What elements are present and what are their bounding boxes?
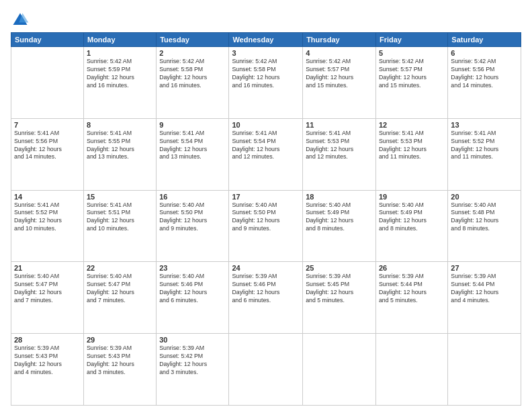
calendar-header: SundayMondayTuesdayWednesdayThursdayFrid… bbox=[11, 33, 521, 47]
weekday-header-tuesday: Tuesday bbox=[157, 33, 229, 47]
calendar-cell: 22Sunrise: 5:40 AM Sunset: 5:47 PM Dayli… bbox=[83, 262, 156, 334]
day-number: 23 bbox=[159, 264, 226, 272]
day-number: 26 bbox=[379, 264, 445, 272]
day-number: 18 bbox=[306, 193, 373, 201]
day-info: Sunrise: 5:41 AM Sunset: 5:54 PM Dayligh… bbox=[159, 130, 226, 162]
week-row-4: 28Sunrise: 5:39 AM Sunset: 5:43 PM Dayli… bbox=[11, 334, 521, 406]
day-number: 12 bbox=[379, 121, 445, 129]
weekday-header-monday: Monday bbox=[83, 33, 156, 47]
calendar-cell bbox=[375, 334, 447, 406]
day-info: Sunrise: 5:41 AM Sunset: 5:52 PM Dayligh… bbox=[14, 201, 81, 234]
day-number: 10 bbox=[232, 121, 300, 129]
calendar-cell: 9Sunrise: 5:41 AM Sunset: 5:54 PM Daylig… bbox=[157, 118, 229, 190]
calendar-cell: 4Sunrise: 5:42 AM Sunset: 5:57 PM Daylig… bbox=[303, 47, 376, 119]
week-row-3: 21Sunrise: 5:40 AM Sunset: 5:47 PM Dayli… bbox=[11, 262, 521, 334]
day-number: 3 bbox=[232, 49, 300, 57]
calendar-cell: 6Sunrise: 5:42 AM Sunset: 5:56 PM Daylig… bbox=[448, 47, 521, 119]
calendar-body: 1Sunrise: 5:42 AM Sunset: 5:59 PM Daylig… bbox=[11, 47, 521, 406]
day-number: 2 bbox=[159, 49, 226, 57]
logo-icon bbox=[11, 11, 30, 30]
day-number: 1 bbox=[87, 49, 153, 57]
calendar-cell bbox=[11, 47, 84, 119]
page: SundayMondayTuesdayWednesdayThursdayFrid… bbox=[0, 0, 532, 411]
day-info: Sunrise: 5:40 AM Sunset: 5:50 PM Dayligh… bbox=[232, 201, 300, 234]
calendar-cell: 29Sunrise: 5:39 AM Sunset: 5:43 PM Dayli… bbox=[83, 334, 156, 406]
weekday-header-thursday: Thursday bbox=[303, 33, 376, 47]
calendar-cell: 16Sunrise: 5:40 AM Sunset: 5:50 PM Dayli… bbox=[157, 190, 229, 262]
calendar-cell: 3Sunrise: 5:42 AM Sunset: 5:58 PM Daylig… bbox=[229, 47, 303, 119]
calendar-cell: 23Sunrise: 5:40 AM Sunset: 5:46 PM Dayli… bbox=[157, 262, 229, 334]
day-number: 28 bbox=[14, 336, 81, 344]
day-number: 4 bbox=[306, 49, 373, 57]
day-info: Sunrise: 5:39 AM Sunset: 5:44 PM Dayligh… bbox=[379, 273, 445, 305]
day-number: 22 bbox=[87, 264, 153, 272]
day-info: Sunrise: 5:41 AM Sunset: 5:56 PM Dayligh… bbox=[14, 130, 81, 162]
day-info: Sunrise: 5:42 AM Sunset: 5:56 PM Dayligh… bbox=[451, 58, 518, 90]
calendar-cell: 21Sunrise: 5:40 AM Sunset: 5:47 PM Dayli… bbox=[11, 262, 84, 334]
day-number: 30 bbox=[159, 336, 226, 344]
day-info: Sunrise: 5:40 AM Sunset: 5:46 PM Dayligh… bbox=[159, 273, 226, 305]
calendar: SundayMondayTuesdayWednesdayThursdayFrid… bbox=[11, 32, 521, 406]
calendar-cell: 26Sunrise: 5:39 AM Sunset: 5:44 PM Dayli… bbox=[375, 262, 447, 334]
day-info: Sunrise: 5:41 AM Sunset: 5:54 PM Dayligh… bbox=[232, 130, 300, 162]
day-number: 9 bbox=[159, 121, 226, 129]
calendar-cell bbox=[448, 334, 521, 406]
day-info: Sunrise: 5:41 AM Sunset: 5:52 PM Dayligh… bbox=[451, 130, 518, 162]
calendar-cell: 14Sunrise: 5:41 AM Sunset: 5:52 PM Dayli… bbox=[11, 190, 84, 262]
day-number: 14 bbox=[14, 193, 81, 201]
day-info: Sunrise: 5:41 AM Sunset: 5:51 PM Dayligh… bbox=[87, 201, 153, 234]
day-number: 19 bbox=[379, 193, 445, 201]
week-row-0: 1Sunrise: 5:42 AM Sunset: 5:59 PM Daylig… bbox=[11, 47, 521, 119]
day-info: Sunrise: 5:42 AM Sunset: 5:59 PM Dayligh… bbox=[87, 58, 153, 90]
day-number: 20 bbox=[451, 193, 518, 201]
day-number: 8 bbox=[87, 121, 153, 129]
calendar-cell: 17Sunrise: 5:40 AM Sunset: 5:50 PM Dayli… bbox=[229, 190, 303, 262]
day-info: Sunrise: 5:40 AM Sunset: 5:48 PM Dayligh… bbox=[451, 201, 518, 234]
calendar-cell: 11Sunrise: 5:41 AM Sunset: 5:53 PM Dayli… bbox=[303, 118, 376, 190]
week-row-1: 7Sunrise: 5:41 AM Sunset: 5:56 PM Daylig… bbox=[11, 118, 521, 190]
day-number: 27 bbox=[451, 264, 518, 272]
day-info: Sunrise: 5:42 AM Sunset: 5:57 PM Dayligh… bbox=[306, 58, 373, 90]
logo bbox=[11, 11, 32, 30]
weekday-header-friday: Friday bbox=[375, 33, 447, 47]
calendar-cell: 28Sunrise: 5:39 AM Sunset: 5:43 PM Dayli… bbox=[11, 334, 84, 406]
day-number: 6 bbox=[451, 49, 518, 57]
calendar-cell: 2Sunrise: 5:42 AM Sunset: 5:58 PM Daylig… bbox=[157, 47, 229, 119]
calendar-cell: 18Sunrise: 5:40 AM Sunset: 5:49 PM Dayli… bbox=[303, 190, 376, 262]
day-info: Sunrise: 5:41 AM Sunset: 5:53 PM Dayligh… bbox=[379, 130, 445, 162]
day-info: Sunrise: 5:40 AM Sunset: 5:49 PM Dayligh… bbox=[379, 201, 445, 234]
calendar-cell bbox=[303, 334, 376, 406]
day-info: Sunrise: 5:39 AM Sunset: 5:46 PM Dayligh… bbox=[232, 273, 300, 305]
calendar-cell: 20Sunrise: 5:40 AM Sunset: 5:48 PM Dayli… bbox=[448, 190, 521, 262]
day-info: Sunrise: 5:40 AM Sunset: 5:49 PM Dayligh… bbox=[306, 201, 373, 234]
day-info: Sunrise: 5:42 AM Sunset: 5:58 PM Dayligh… bbox=[159, 58, 226, 90]
calendar-cell: 25Sunrise: 5:39 AM Sunset: 5:45 PM Dayli… bbox=[303, 262, 376, 334]
week-row-2: 14Sunrise: 5:41 AM Sunset: 5:52 PM Dayli… bbox=[11, 190, 521, 262]
calendar-cell: 24Sunrise: 5:39 AM Sunset: 5:46 PM Dayli… bbox=[229, 262, 303, 334]
day-number: 5 bbox=[379, 49, 445, 57]
weekday-row: SundayMondayTuesdayWednesdayThursdayFrid… bbox=[11, 33, 521, 47]
day-number: 29 bbox=[87, 336, 153, 344]
day-number: 11 bbox=[306, 121, 373, 129]
calendar-cell: 19Sunrise: 5:40 AM Sunset: 5:49 PM Dayli… bbox=[375, 190, 447, 262]
calendar-cell: 12Sunrise: 5:41 AM Sunset: 5:53 PM Dayli… bbox=[375, 118, 447, 190]
header bbox=[11, 8, 521, 30]
weekday-header-sunday: Sunday bbox=[11, 33, 84, 47]
calendar-cell: 10Sunrise: 5:41 AM Sunset: 5:54 PM Dayli… bbox=[229, 118, 303, 190]
day-info: Sunrise: 5:42 AM Sunset: 5:57 PM Dayligh… bbox=[379, 58, 445, 90]
calendar-cell: 30Sunrise: 5:39 AM Sunset: 5:42 PM Dayli… bbox=[157, 334, 229, 406]
day-info: Sunrise: 5:40 AM Sunset: 5:47 PM Dayligh… bbox=[87, 273, 153, 305]
day-number: 15 bbox=[87, 193, 153, 201]
calendar-cell: 7Sunrise: 5:41 AM Sunset: 5:56 PM Daylig… bbox=[11, 118, 84, 190]
day-number: 13 bbox=[451, 121, 518, 129]
weekday-header-wednesday: Wednesday bbox=[229, 33, 303, 47]
calendar-cell: 15Sunrise: 5:41 AM Sunset: 5:51 PM Dayli… bbox=[83, 190, 156, 262]
day-info: Sunrise: 5:42 AM Sunset: 5:58 PM Dayligh… bbox=[232, 58, 300, 90]
day-number: 24 bbox=[232, 264, 300, 272]
day-info: Sunrise: 5:41 AM Sunset: 5:53 PM Dayligh… bbox=[306, 130, 373, 162]
calendar-cell: 1Sunrise: 5:42 AM Sunset: 5:59 PM Daylig… bbox=[83, 47, 156, 119]
day-info: Sunrise: 5:39 AM Sunset: 5:43 PM Dayligh… bbox=[14, 345, 81, 377]
day-number: 21 bbox=[14, 264, 81, 272]
weekday-header-saturday: Saturday bbox=[448, 33, 521, 47]
day-info: Sunrise: 5:39 AM Sunset: 5:42 PM Dayligh… bbox=[159, 345, 226, 377]
